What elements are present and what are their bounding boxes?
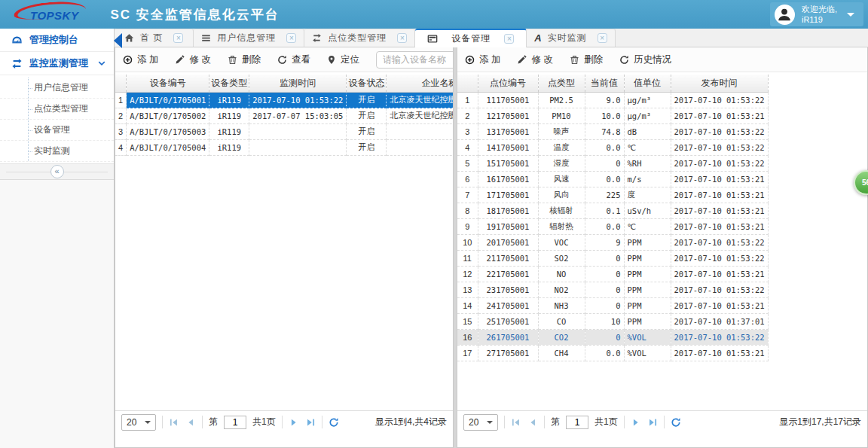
- table-row[interactable]: 11 211705001 SO2 0 PPM 2017-07-10 01:53:…: [457, 250, 768, 266]
- last-page-button[interactable]: [647, 417, 658, 428]
- locate-button[interactable]: 定位: [327, 53, 359, 66]
- page-size-select[interactable]: 20: [121, 414, 156, 431]
- point-table-header-row: 点位编号 点类型 当前值 值单位 发布时间: [457, 75, 768, 92]
- swap-icon: [11, 58, 23, 69]
- next-page-button[interactable]: [289, 417, 299, 428]
- welcome-line1: 欢迎光临,: [802, 4, 837, 14]
- cell-value-unit: 度: [624, 187, 671, 203]
- tab-user-info[interactable]: 用户信息管理 ×: [194, 29, 304, 47]
- table-row[interactable]: 9 191705001 辐射热 0.0 ℃ 2017-07-10 01:53:2…: [457, 218, 768, 234]
- content-area: 首 页 × 用户信息管理 × 点位类型管理 × 设备管理 ×: [115, 29, 868, 448]
- close-icon[interactable]: ×: [397, 33, 407, 43]
- page-title: SC 安全监管信息化云平台: [110, 6, 279, 23]
- sidebar-item-realtime[interactable]: 实时监测: [0, 141, 114, 162]
- prev-page-button[interactable]: [185, 417, 196, 428]
- edit-button[interactable]: 修 改: [175, 53, 210, 66]
- reload-button[interactable]: [671, 417, 681, 428]
- row-index: 16: [457, 329, 478, 345]
- col-point-type[interactable]: 点类型: [538, 75, 585, 92]
- cell-value-unit: dB: [624, 123, 671, 139]
- cell-point-type: CH4: [538, 345, 585, 361]
- button-label: 修 改: [189, 53, 210, 66]
- tab-realtime[interactable]: A 实时监测 ×: [527, 29, 615, 47]
- sidebar-group-monitoring[interactable]: 监控监测管理: [0, 52, 114, 75]
- table-row[interactable]: 16 261705001 CO2 0 %VOL 2017-07-10 01:53…: [457, 329, 768, 345]
- table-row[interactable]: 8 181705001 核辐射 0.1 uSv/h 2017-07-10 01:…: [457, 203, 768, 218]
- delete-button[interactable]: 删除: [228, 53, 261, 66]
- sidebar-item-user-info[interactable]: 用户信息管理: [0, 78, 114, 99]
- add-button[interactable]: 添 加: [123, 53, 158, 66]
- cell-point-type: CO2: [538, 329, 585, 345]
- table-row[interactable]: 10 201705001 VOC 9 PPM 2017-07-10 01:53:…: [457, 234, 768, 250]
- cell-publish-time: 2017-07-10 01:53:22: [671, 92, 768, 108]
- page-number-input[interactable]: [566, 416, 588, 429]
- cell-publish-time: 2017-07-10 01:53:22: [671, 234, 768, 250]
- tab-device-management[interactable]: 设备管理 ×: [415, 29, 527, 47]
- table-row[interactable]: 14 241705001 NH3 0 PPM 2017-07-10 01:53:…: [457, 297, 768, 313]
- table-row[interactable]: 3 A/BJLT/0/1705003 iR119 开启: [115, 123, 453, 139]
- col-device-no[interactable]: 设备编号: [127, 75, 209, 92]
- table-row[interactable]: 1 A/BJLT/0/1705001 iR119 2017-07-10 01:5…: [115, 92, 453, 108]
- cell-point-type: 风速: [538, 171, 585, 187]
- table-row[interactable]: 1 111705001 PM2.5 9.0 μg/m³ 2017-07-10 0…: [457, 92, 768, 108]
- last-page-button[interactable]: [305, 417, 316, 428]
- table-row[interactable]: 5 151705001 湿度 0 %RH 2017-07-10 01:53:22: [457, 155, 768, 171]
- table-row[interactable]: 2 A/BJLT/0/1705002 iR119 2017-07-07 15:0…: [115, 108, 453, 123]
- table-row[interactable]: 6 161705001 风速 0.0 m/s 2017-07-10 01:53:…: [457, 171, 768, 187]
- point-panel: 添 加 修 改 删除 历史情况: [457, 47, 868, 448]
- cell-company: [387, 139, 453, 155]
- table-row[interactable]: 17 271705001 CH4 0.0 %VOL 2017-07-10 01:…: [457, 345, 768, 361]
- col-device-status[interactable]: 设备状态: [347, 75, 387, 92]
- table-row[interactable]: 12 221705001 NO 0 PPM 2017-07-10 01:53:2…: [457, 266, 768, 282]
- edit-button[interactable]: 修 改: [517, 53, 552, 66]
- cell-value-unit: m/s: [624, 171, 671, 187]
- point-toolbar: 添 加 修 改 删除 历史情况: [457, 47, 867, 72]
- table-row[interactable]: 4 141705001 温度 0.0 ℃ 2017-07-10 01:53:22: [457, 139, 768, 155]
- view-button[interactable]: 查看: [277, 53, 310, 66]
- close-icon[interactable]: ×: [598, 33, 607, 43]
- user-menu[interactable]: 欢迎光临, iR119: [770, 2, 863, 26]
- gauge-icon: [11, 35, 23, 46]
- search-input[interactable]: [376, 51, 454, 69]
- chevron-down-icon: [145, 421, 151, 424]
- add-button[interactable]: 添 加: [465, 53, 500, 66]
- close-icon[interactable]: ×: [504, 34, 514, 44]
- close-icon[interactable]: ×: [173, 33, 183, 43]
- cell-point-no: 171705001: [478, 187, 538, 203]
- delete-button[interactable]: 删除: [570, 53, 603, 66]
- table-row[interactable]: 2 121705001 PM10 10.0 μg/m³ 2017-07-10 0…: [457, 108, 768, 123]
- prev-page-button[interactable]: [527, 417, 538, 428]
- col-point-no[interactable]: 点位编号: [478, 75, 538, 92]
- sidebar-item-console[interactable]: 管理控制台: [0, 29, 114, 52]
- table-row[interactable]: 7 171705001 风向 225 度 2017-07-10 01:53:21: [457, 187, 768, 203]
- table-row[interactable]: 4 A/BJLT/0/1705004 iR119 开启: [115, 139, 453, 155]
- close-icon[interactable]: ×: [286, 33, 296, 43]
- history-button[interactable]: 历史情况: [619, 53, 671, 66]
- tab-home[interactable]: 首 页 ×: [115, 29, 194, 47]
- cell-point-type: 辐射热: [538, 218, 585, 234]
- col-company[interactable]: 企业名称: [387, 75, 453, 92]
- sidebar-item-device[interactable]: 设备管理: [0, 120, 114, 141]
- table-row[interactable]: 15 251705001 CO 10 PPM 2017-07-10 01:37:…: [457, 313, 768, 329]
- collapse-button[interactable]: «: [50, 165, 64, 178]
- device-icon: [427, 34, 438, 44]
- page-size-value: 20: [127, 417, 136, 428]
- table-row[interactable]: 13 231705001 NO2 0 PPM 2017-07-10 01:53:…: [457, 282, 768, 297]
- tab-point-type[interactable]: 点位类型管理 ×: [304, 29, 415, 47]
- col-monitor-time[interactable]: 监测时间: [249, 75, 347, 92]
- reload-button[interactable]: [329, 417, 339, 428]
- page-size-select[interactable]: 20: [463, 414, 498, 431]
- col-current-value[interactable]: 当前值: [585, 75, 624, 92]
- button-label: 历史情况: [634, 53, 671, 66]
- first-page-button[interactable]: [169, 417, 179, 428]
- sidebar-collapse-arrow-icon[interactable]: [114, 33, 122, 48]
- sidebar-item-point-type[interactable]: 点位类型管理: [0, 99, 114, 120]
- first-page-button[interactable]: [511, 417, 521, 428]
- col-device-type[interactable]: 设备类型: [209, 75, 249, 92]
- map-pin-icon: [327, 55, 336, 65]
- table-row[interactable]: 3 131705001 噪声 74.8 dB 2017-07-10 01:53:…: [457, 123, 768, 139]
- page-number-input[interactable]: [224, 416, 246, 429]
- col-publish-time[interactable]: 发布时间: [671, 75, 768, 92]
- col-value-unit[interactable]: 值单位: [624, 75, 671, 92]
- next-page-button[interactable]: [631, 417, 641, 428]
